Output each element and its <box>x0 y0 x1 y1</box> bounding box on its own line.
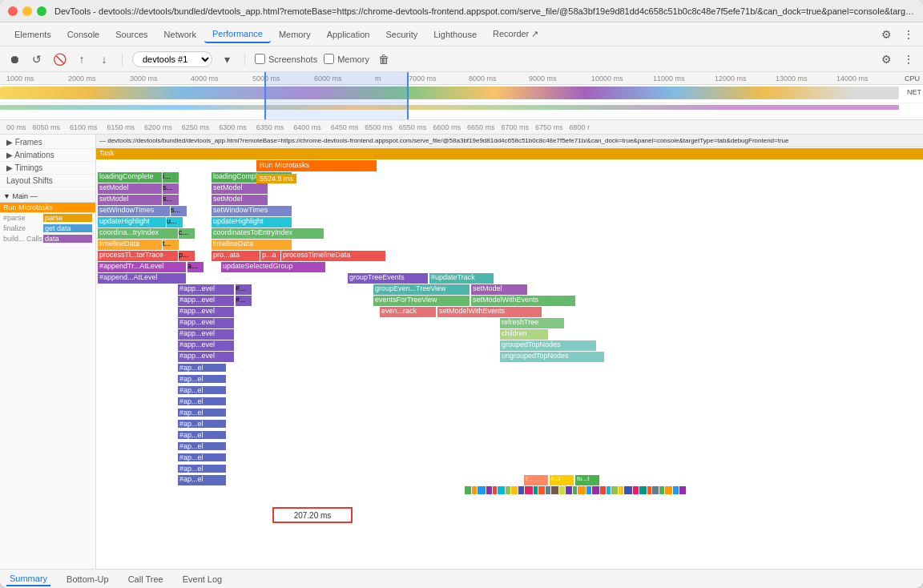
bar-set-model-4[interactable]: setModel <box>212 195 268 205</box>
bar-app-evel-7[interactable]: #app...evel <box>178 352 234 362</box>
bar-grouped-top[interactable]: groupedTopNodes <box>500 340 596 351</box>
bar-set-model-2[interactable]: setModel <box>212 183 268 194</box>
bar-ap-el-7[interactable]: #ap...el <box>178 431 226 439</box>
bar-a1[interactable]: a... <box>187 262 204 272</box>
bar-even-rack[interactable]: even...rack <box>380 307 436 317</box>
bar-set-model-5[interactable]: setModel <box>471 284 527 295</box>
reload-record-button[interactable]: ↺ <box>29 51 45 67</box>
tab-memory[interactable]: Memory <box>271 26 319 42</box>
bar-children[interactable]: children <box>500 329 548 340</box>
bar-c1[interactable]: c... <box>179 228 195 239</box>
minimize-button[interactable] <box>22 6 32 16</box>
lp-layout-shifts: Layout Shifts <box>0 175 95 187</box>
bar-append-at-level-2[interactable]: #append...AtLevel <box>98 273 186 284</box>
bar-hash-2[interactable]: #... <box>236 296 252 306</box>
bar-coord-2[interactable]: coordinatesToEntryIndex <box>212 228 324 239</box>
tab-bottom-up[interactable]: Bottom-Up <box>63 573 112 586</box>
bar-set-model-events[interactable]: setModelWithEvents <box>471 296 575 306</box>
bar-s2[interactable]: s... <box>163 195 179 205</box>
tab-sources[interactable]: Sources <box>107 26 155 42</box>
bar-u1[interactable]: u... <box>167 217 183 228</box>
tab-application[interactable]: Application <box>319 26 378 42</box>
target-down-icon[interactable]: ▾ <box>219 51 235 67</box>
bar-update-highlight-1[interactable]: updateHighlight <box>98 217 166 228</box>
bar-p1[interactable]: p... <box>179 251 195 261</box>
bar-ap-el-5[interactable]: #ap...el <box>178 409 226 417</box>
screenshots-checkbox[interactable] <box>255 54 265 64</box>
tab-summary[interactable]: Summary <box>6 572 50 586</box>
screenshots-checkbox-label[interactable]: Screenshots <box>255 54 317 64</box>
bar-app-evel-1[interactable]: #app...evel <box>178 284 234 295</box>
bar-fo-t[interactable]: fo...t <box>575 475 599 485</box>
bar-timeline-data-2[interactable]: timelineData <box>212 240 292 250</box>
bar-t1[interactable]: t... <box>163 240 179 250</box>
record-button[interactable]: ⏺ <box>6 51 22 67</box>
bar-set-model-events-2[interactable]: setModelWithEvents <box>437 307 542 317</box>
bar-process-tl-2[interactable]: processTimelineData <box>281 251 385 261</box>
bar-process-tl-1[interactable]: processTl...torTrace <box>98 251 178 261</box>
bar-loading-complete-1[interactable]: loadingComplete <box>98 172 162 183</box>
close-button[interactable] <box>8 6 18 16</box>
upload-button[interactable]: ↑ <box>74 51 90 67</box>
bar-update-highlight-2[interactable]: updateHighlight <box>212 217 292 228</box>
target-selector[interactable]: devtools #1 <box>132 51 212 67</box>
tab-console[interactable]: Console <box>59 26 107 42</box>
bar-group-even-tree[interactable]: groupEven...TreeView <box>373 284 470 295</box>
more-button[interactable]: ⋮ <box>901 26 917 42</box>
bar-ungrouped-top[interactable]: ungroupedTopNodes <box>500 352 604 362</box>
trash-button[interactable]: 🗑 <box>376 51 392 67</box>
bar-ap-el-1[interactable]: #ap...el <box>178 364 226 372</box>
bar-app-evel-2[interactable]: #app...evel <box>178 296 234 306</box>
bar-update-selected-group[interactable]: updateSelectedGroup <box>221 262 325 272</box>
more-options-icon[interactable]: ⋮ <box>901 51 917 67</box>
bar-app-evel-3[interactable]: #app...evel <box>178 307 234 317</box>
bar-append-at-level-1[interactable]: #appendTr...AtLevel <box>98 262 186 272</box>
bar-set-window-times-1[interactable]: setWindowTimes <box>98 206 170 216</box>
bar-refresh-tree[interactable]: refreshTree <box>500 318 564 328</box>
tab-elements[interactable]: Elements <box>6 26 59 42</box>
bar-ap-el-11[interactable]: #ap...el <box>178 475 226 485</box>
bar-ft[interactable]: f...t <box>550 475 574 485</box>
bar-ap-el-3[interactable]: #ap...el <box>178 386 226 394</box>
bar-pa[interactable]: p...a <box>260 251 280 261</box>
settings-gear-icon[interactable]: ⚙ <box>878 51 894 67</box>
bar-hash-1[interactable]: #... <box>236 284 252 295</box>
bar-set-model-1[interactable]: setModel <box>98 183 162 194</box>
clear-button[interactable]: 🚫 <box>51 51 67 67</box>
bar-f1[interactable]: f... <box>524 475 548 485</box>
maximize-button[interactable] <box>37 6 46 16</box>
tab-network[interactable]: Network <box>156 26 204 42</box>
tab-lighthouse[interactable]: Lighthouse <box>425 26 485 42</box>
bar-set-window-times-2[interactable]: setWindowTimes <box>212 206 292 216</box>
bar-i[interactable]: i... <box>163 172 179 183</box>
bar-coord-1[interactable]: coordina...tryIndex <box>98 228 178 239</box>
bar-timeline-data-1[interactable]: timelineData <box>98 240 162 250</box>
bar-ap-el-9[interactable]: #ap...el <box>178 453 226 461</box>
settings-button[interactable]: ⚙ <box>878 26 894 42</box>
bar-set-model-3[interactable]: setModel <box>98 195 162 205</box>
download-button[interactable]: ↓ <box>96 51 112 67</box>
bar-s3[interactable]: s... <box>171 206 187 216</box>
bar-pro-ata[interactable]: pro...ata <box>212 251 260 261</box>
bar-app-evel-4[interactable]: #app...evel <box>178 318 234 328</box>
tab-security[interactable]: Security <box>377 26 425 42</box>
bar-s1[interactable]: s... <box>163 183 179 194</box>
bar-ap-el-2[interactable]: #ap...el <box>178 375 226 383</box>
bar-ap-el-6[interactable]: #ap...el <box>178 420 226 428</box>
tab-performance[interactable]: Performance <box>204 26 271 43</box>
bar-events-for-tree[interactable]: eventsForTreeView <box>373 296 470 306</box>
bar-update-track[interactable]: #updateTrack <box>429 273 494 284</box>
memory-checkbox-label[interactable]: Memory <box>324 54 369 64</box>
tab-call-tree[interactable]: Call Tree <box>125 573 167 586</box>
tab-event-log[interactable]: Event Log <box>179 573 226 586</box>
bar-ap-el-10[interactable]: #ap...el <box>178 465 226 473</box>
bar-ap-el-8[interactable]: #ap...el <box>178 442 226 450</box>
bar-ap-el-4[interactable]: #ap...el <box>178 397 226 405</box>
flame-chart-area[interactable]: — devtools://devtools/bundled/devtools_a… <box>96 135 923 569</box>
tab-recorder[interactable]: Recorder ↗ <box>485 26 546 42</box>
timeline-overview[interactable]: 1000 ms 2000 ms 3000 ms 4000 ms 5000 ms … <box>0 72 923 120</box>
bar-app-evel-6[interactable]: #app...evel <box>178 340 234 351</box>
memory-checkbox[interactable] <box>324 54 334 64</box>
bar-group-tree[interactable]: groupTreeEvents <box>348 273 428 284</box>
bar-app-evel-5[interactable]: #app...evel <box>178 329 234 340</box>
